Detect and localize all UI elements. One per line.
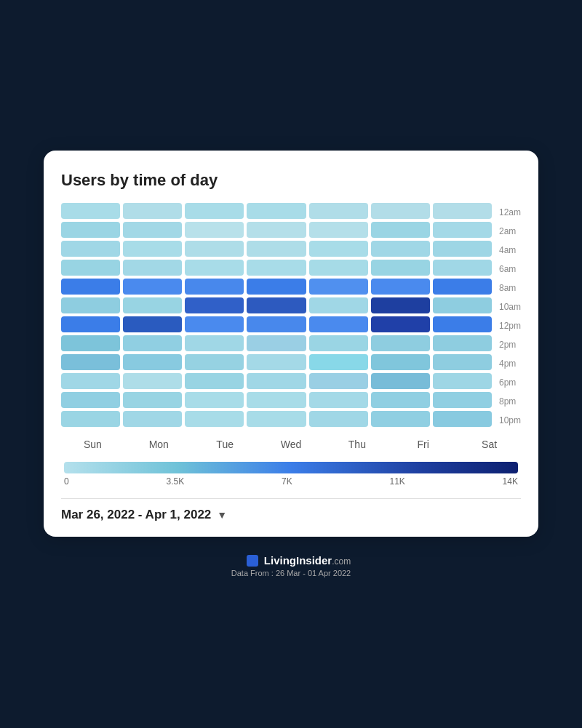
heat-cell	[123, 373, 182, 389]
grid-row	[61, 335, 492, 351]
heat-cell	[371, 297, 430, 313]
legend-label: 11K	[389, 476, 404, 487]
heat-cell	[247, 241, 306, 257]
heat-cell	[247, 373, 306, 389]
heat-cell	[247, 411, 306, 427]
heat-cell	[185, 241, 244, 257]
y-axis-labels: 12am2am4am6am8am10am12pm2pm4pm6pm8pm10pm	[492, 203, 521, 433]
x-axis-label: Fri	[391, 439, 455, 450]
heat-cell	[433, 411, 492, 427]
heat-cell	[433, 354, 492, 370]
heat-cell	[433, 241, 492, 257]
heat-cell	[123, 222, 182, 238]
grid-row	[61, 241, 492, 257]
heat-cell	[185, 411, 244, 427]
heat-cell	[309, 279, 368, 295]
footer: LivingInsider.com Data From : 26 Mar - 0…	[231, 554, 351, 577]
chart-title: Users by time of day	[61, 171, 521, 190]
heat-cell	[433, 297, 492, 313]
heat-cell	[371, 373, 430, 389]
heat-cell	[371, 316, 430, 332]
heat-cell	[309, 260, 368, 276]
heat-cell	[433, 316, 492, 332]
heat-cell	[61, 279, 120, 295]
brand-name: LivingInsider	[264, 554, 332, 567]
heat-cell	[247, 316, 306, 332]
heat-cell	[61, 316, 120, 332]
heat-cell	[371, 260, 430, 276]
date-range-row[interactable]: Mar 26, 2022 - Apr 1, 2022 ▼	[61, 508, 521, 522]
heat-cell	[61, 354, 120, 370]
heat-cell	[123, 392, 182, 408]
heat-cell	[371, 279, 430, 295]
legend-labels-row: 03.5K7K11K14K	[64, 476, 518, 487]
heat-cell	[247, 392, 306, 408]
heat-cell	[309, 373, 368, 389]
heat-cell	[61, 392, 120, 408]
heat-cell	[309, 297, 368, 313]
legend-label: 7K	[282, 476, 292, 487]
x-axis-label: Thu	[325, 439, 388, 450]
x-axis-label: Sat	[458, 439, 521, 450]
heat-cell	[123, 241, 182, 257]
heat-cell	[61, 260, 120, 276]
main-card: Users by time of day 12am2am4am6am8am10a…	[44, 151, 538, 537]
heat-cell	[433, 392, 492, 408]
x-axis-label: Mon	[127, 439, 191, 450]
heat-cell	[61, 373, 120, 389]
heat-cell	[185, 335, 244, 351]
y-axis-label: 4am	[499, 241, 521, 260]
heat-cell	[185, 222, 244, 238]
heat-cell	[123, 411, 182, 427]
heat-cell	[309, 316, 368, 332]
heat-cell	[433, 260, 492, 276]
heat-cell	[371, 241, 430, 257]
heat-cell	[123, 335, 182, 351]
heat-cell	[123, 203, 182, 219]
heat-cell	[61, 222, 120, 238]
heat-cell	[61, 335, 120, 351]
legend-label: 14K	[503, 476, 518, 487]
heat-cell	[371, 411, 430, 427]
heat-cell	[309, 411, 368, 427]
heat-cell	[185, 297, 244, 313]
heat-cell	[123, 260, 182, 276]
grid-row	[61, 260, 492, 276]
x-axis-label: Tue	[194, 439, 257, 450]
legend-label: 3.5K	[166, 476, 184, 487]
heat-cell	[185, 260, 244, 276]
heat-cell	[247, 222, 306, 238]
y-axis-label: 6pm	[499, 373, 521, 392]
grid-row	[61, 203, 492, 219]
chevron-down-icon: ▼	[217, 509, 227, 521]
y-axis-label: 4pm	[499, 354, 521, 373]
heat-cell	[185, 203, 244, 219]
heat-cell	[433, 222, 492, 238]
heat-cell	[433, 335, 492, 351]
heat-cell	[247, 260, 306, 276]
heat-cell	[123, 297, 182, 313]
heat-cell	[371, 203, 430, 219]
heat-cell	[247, 354, 306, 370]
heat-cell	[61, 297, 120, 313]
y-axis-label: 8am	[499, 279, 521, 297]
heat-cell	[371, 335, 430, 351]
footer-data-text: Data From : 26 Mar - 01 Apr 2022	[231, 569, 351, 577]
heat-cell	[433, 279, 492, 295]
x-axis-label: Wed	[260, 439, 323, 450]
y-axis-label: 2am	[499, 222, 521, 241]
y-axis-label: 12pm	[499, 316, 521, 335]
heat-cell	[61, 411, 120, 427]
heat-cell	[247, 335, 306, 351]
heat-cell	[247, 203, 306, 219]
y-axis-label: 8pm	[499, 392, 521, 411]
heat-cell	[433, 373, 492, 389]
heat-cell	[371, 354, 430, 370]
heat-cell	[185, 316, 244, 332]
heat-cell	[309, 222, 368, 238]
heat-cell	[123, 316, 182, 332]
heat-cell	[309, 335, 368, 351]
y-axis-label: 10pm	[499, 411, 521, 430]
heat-cell	[123, 279, 182, 295]
grid-row	[61, 373, 492, 389]
